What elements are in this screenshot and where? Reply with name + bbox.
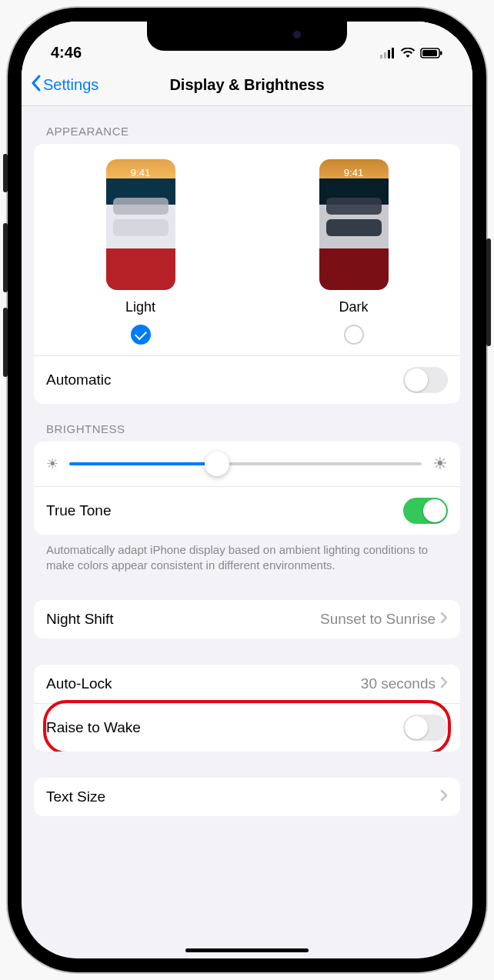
back-label: Settings [43, 76, 98, 94]
true-tone-footer: Automatically adapt iPhone display based… [34, 535, 460, 574]
volume-down-button [3, 308, 8, 377]
mute-switch [3, 154, 8, 192]
night-shift-value: Sunset to Sunrise [320, 611, 436, 628]
svg-rect-6 [440, 52, 442, 55]
appearance-dark-option[interactable]: 9:41 Dark [319, 159, 389, 345]
light-label: Light [125, 299, 155, 315]
chevron-right-icon [440, 611, 448, 628]
chevron-left-icon [31, 75, 42, 95]
sun-max-icon: ☀︎ [432, 455, 448, 472]
raise-to-wake-toggle[interactable] [403, 715, 448, 741]
battery-icon [420, 48, 443, 62]
auto-lock-label: Auto-Lock [46, 675, 112, 692]
appearance-light-option[interactable]: 9:41 Light [106, 159, 175, 345]
screen: 4:46 [22, 22, 472, 958]
brightness-group: ☀︎ ☀︎ True Tone [34, 442, 460, 535]
svg-rect-2 [388, 50, 390, 58]
auto-lock-value: 30 seconds [361, 675, 436, 692]
lock-group: Auto-Lock 30 seconds Raise to Wake [34, 665, 460, 752]
status-time: 4:46 [51, 44, 82, 62]
device-frame: 4:46 [8, 8, 486, 972]
svg-rect-0 [380, 55, 382, 58]
cellular-icon [380, 48, 396, 62]
brightness-slider[interactable] [69, 462, 422, 465]
automatic-row[interactable]: Automatic [34, 355, 460, 404]
appearance-header: Appearance [34, 106, 460, 144]
dark-radio[interactable] [344, 325, 364, 345]
automatic-toggle[interactable] [403, 367, 448, 393]
brightness-header: Brightness [34, 404, 460, 442]
svg-rect-5 [422, 50, 437, 56]
side-button [486, 238, 491, 346]
raise-to-wake-row[interactable]: Raise to Wake [34, 703, 460, 752]
dark-preview: 9:41 [319, 159, 389, 290]
notch [147, 22, 347, 51]
true-tone-toggle[interactable] [403, 498, 448, 524]
automatic-label: Automatic [46, 372, 111, 388]
true-tone-row[interactable]: True Tone [34, 486, 460, 535]
light-radio[interactable] [131, 325, 151, 345]
wifi-icon [400, 48, 416, 62]
svg-rect-1 [384, 52, 386, 58]
chevron-right-icon [440, 788, 448, 805]
back-button[interactable]: Settings [31, 75, 98, 95]
chevron-right-icon [440, 675, 448, 692]
text-size-row[interactable]: Text Size [34, 778, 460, 816]
night-shift-label: Night Shift [46, 611, 114, 628]
auto-lock-row[interactable]: Auto-Lock 30 seconds [34, 665, 460, 703]
sun-min-icon: ☀︎ [46, 457, 58, 471]
night-shift-group: Night Shift Sunset to Sunrise [34, 600, 460, 638]
brightness-slider-row: ☀︎ ☀︎ [34, 442, 460, 486]
content: Appearance 9:41 Light 9:41 [22, 106, 472, 958]
nav-bar: Settings Display & Brightness [22, 65, 472, 106]
dark-label: Dark [339, 299, 368, 315]
volume-up-button [3, 223, 8, 292]
home-indicator[interactable] [185, 948, 309, 952]
light-preview: 9:41 [106, 159, 175, 290]
appearance-group: 9:41 Light 9:41 Dark [34, 144, 460, 404]
appearance-options: 9:41 Light 9:41 Dark [34, 144, 460, 355]
night-shift-row[interactable]: Night Shift Sunset to Sunrise [34, 600, 460, 638]
svg-rect-3 [392, 48, 394, 58]
raise-to-wake-label: Raise to Wake [46, 719, 141, 736]
text-group: Text Size [34, 778, 460, 816]
true-tone-label: True Tone [46, 502, 112, 519]
text-size-label: Text Size [46, 788, 105, 805]
